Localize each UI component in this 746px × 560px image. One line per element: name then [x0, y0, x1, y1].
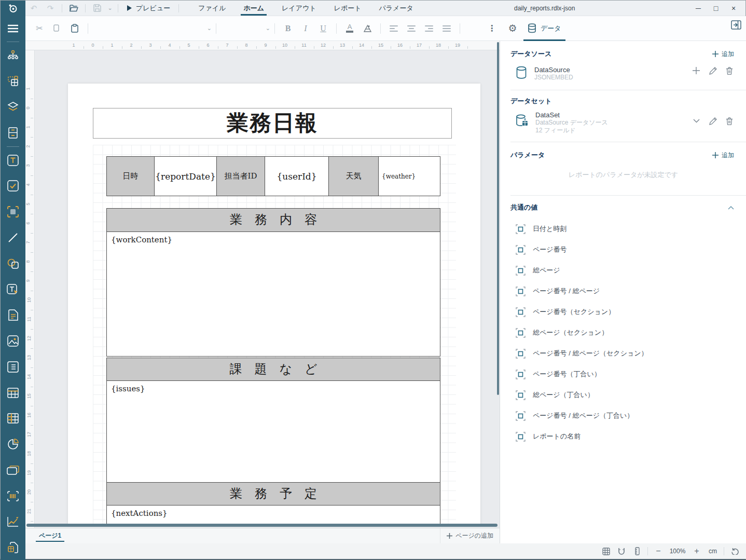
header-cell-label[interactable]: 日時	[106, 156, 155, 196]
add-page-button[interactable]: ページの追加	[440, 528, 500, 543]
layers-icon[interactable]	[1, 94, 25, 120]
text-color-button[interactable]: A	[341, 21, 358, 36]
subreport-icon[interactable]	[1, 535, 25, 560]
menu-parameters[interactable]: パラメータ	[370, 1, 422, 16]
underline-button[interactable]: U	[314, 21, 332, 36]
font-size-select[interactable]: ⌄	[220, 21, 270, 36]
unit-selector[interactable]: cm	[704, 548, 721, 555]
settings-gear-icon[interactable]: ⚙	[504, 21, 521, 36]
open-file-icon[interactable]	[65, 2, 82, 15]
common-value-item[interactable]: ページ番号 / 総ページ（丁合い）	[500, 405, 746, 426]
chart-icon[interactable]	[1, 431, 25, 457]
common-value-item[interactable]: ページ番号（セクション）	[500, 302, 746, 322]
report-page[interactable]: 業務日報 日時 {reportDate} 担当者ID {userId} 天気 {…	[68, 84, 480, 525]
image-icon[interactable]	[1, 328, 25, 354]
section-field-issues[interactable]: {issues}	[106, 381, 440, 483]
sparkline-icon[interactable]	[1, 509, 25, 535]
list-icon[interactable]	[1, 354, 25, 380]
copy-icon[interactable]	[48, 21, 66, 36]
page-sections-icon[interactable]	[1, 120, 25, 146]
horizontal-scrollbar[interactable]	[26, 524, 498, 527]
common-value-item[interactable]: レポートの名前	[500, 426, 746, 447]
menu-layout[interactable]: レイアウト	[273, 1, 325, 16]
table-icon[interactable]	[1, 380, 25, 406]
grid-toggle-icon[interactable]	[598, 545, 614, 557]
app-logo-icon[interactable]	[1, 1, 25, 16]
delete-trash-icon[interactable]	[725, 116, 734, 126]
add-datasource-button[interactable]: 追加	[712, 50, 734, 59]
snap-magnet-icon[interactable]	[614, 545, 629, 557]
edit-pencil-icon[interactable]	[708, 116, 717, 126]
vertical-scrollbar[interactable]	[497, 42, 499, 395]
delete-trash-icon[interactable]	[725, 66, 734, 75]
save-icon[interactable]	[89, 2, 105, 15]
section-header-next-actions[interactable]: 業 務 予 定	[106, 482, 440, 506]
overflow-placeholder-icon[interactable]	[1, 457, 25, 483]
section-header-issues[interactable]: 課 題 な ど	[106, 358, 440, 381]
explorer-icon[interactable]	[1, 43, 25, 69]
minimize-button[interactable]: ─	[689, 1, 707, 16]
close-button[interactable]: ×	[725, 1, 742, 16]
common-value-item[interactable]: 総ページ	[500, 260, 746, 281]
menu-report[interactable]: レポート	[325, 1, 370, 16]
container-icon[interactable]	[1, 199, 25, 225]
common-value-item[interactable]: 総ページ（セクション）	[500, 322, 746, 343]
add-parameter-button[interactable]: 追加	[712, 151, 734, 160]
dataset-item[interactable]: DataSet DataSource データソース 12 フィールド	[500, 111, 746, 134]
align-left-button[interactable]	[385, 21, 403, 36]
hamburger-menu-icon[interactable]	[1, 16, 25, 41]
section-header-work-content[interactable]: 業 務 内 容	[106, 208, 440, 232]
menu-home[interactable]: ホーム	[234, 1, 273, 16]
maximize-button[interactable]: □	[707, 1, 725, 16]
common-value-item[interactable]: ページ番号（丁合い）	[500, 364, 746, 385]
collapse-chevron-up-icon[interactable]	[728, 206, 734, 210]
fill-color-button[interactable]	[358, 21, 376, 36]
common-value-item[interactable]: ページ番号 / 総ページ（セクション）	[500, 343, 746, 364]
italic-button[interactable]: I	[297, 21, 314, 36]
header-cell-field[interactable]: {weather}	[379, 156, 440, 196]
collapse-panel-icon[interactable]	[731, 20, 741, 30]
report-title-textbox[interactable]: 業務日報	[93, 108, 452, 139]
paste-icon[interactable]	[66, 21, 84, 36]
save-menu-chevron-icon[interactable]: ⌄	[105, 2, 115, 15]
redo-icon[interactable]: ↷	[42, 2, 59, 15]
tablix-icon[interactable]	[1, 405, 25, 431]
ruler-toggle-icon[interactable]	[629, 545, 645, 557]
header-cell-field[interactable]: {reportDate}	[155, 156, 217, 196]
zoom-out-button[interactable]: −	[651, 545, 666, 557]
header-cell-label[interactable]: 天気	[329, 156, 379, 196]
section-field-next-actions[interactable]: {nextActions}	[106, 506, 440, 525]
zoom-in-button[interactable]: +	[689, 545, 704, 557]
reset-zoom-icon[interactable]	[727, 545, 742, 557]
menu-file[interactable]: ファイル	[189, 1, 234, 16]
header-cell-label[interactable]: 担当者ID	[217, 156, 265, 196]
tab-data-panel[interactable]: データ	[521, 16, 568, 41]
undo-icon[interactable]: ↶	[25, 2, 42, 15]
more-options-icon[interactable]: ⋮	[483, 21, 501, 36]
section-field-work-content[interactable]: {workContent}	[106, 232, 440, 357]
zoom-level[interactable]: 100%	[666, 548, 689, 555]
header-cell-field[interactable]: {userId}	[265, 156, 329, 196]
barcode-icon[interactable]	[1, 483, 25, 509]
datasource-item[interactable]: DataSource JSONEMBED	[500, 66, 746, 81]
common-value-item[interactable]: 総ページ（丁合い）	[500, 385, 746, 405]
common-value-item[interactable]: 日付と時刻	[500, 218, 746, 239]
report-header-table[interactable]: 日時 {reportDate} 担当者ID {userId} 天気 {weath…	[106, 156, 440, 196]
formatted-text-icon[interactable]	[1, 302, 25, 328]
font-family-select[interactable]: ⌄	[92, 21, 212, 36]
bold-button[interactable]: B	[279, 21, 297, 36]
align-justify-button[interactable]	[438, 21, 455, 36]
align-right-button[interactable]	[420, 21, 438, 36]
checkbox-icon[interactable]	[1, 173, 25, 199]
cut-icon[interactable]: ✂	[31, 21, 48, 36]
line-icon[interactable]	[1, 225, 25, 251]
textbox-icon[interactable]	[1, 147, 25, 173]
report-parts-icon[interactable]	[1, 69, 25, 94]
page-tab-1[interactable]: ページ1	[36, 528, 64, 543]
edit-pencil-icon[interactable]	[708, 66, 717, 75]
richtext-icon[interactable]	[1, 277, 25, 303]
common-value-item[interactable]: ページ番号	[500, 239, 746, 260]
add-dataset-icon[interactable]	[692, 66, 701, 75]
expand-chevron-icon[interactable]	[692, 116, 701, 126]
preview-button[interactable]: プレビュー	[121, 4, 175, 13]
